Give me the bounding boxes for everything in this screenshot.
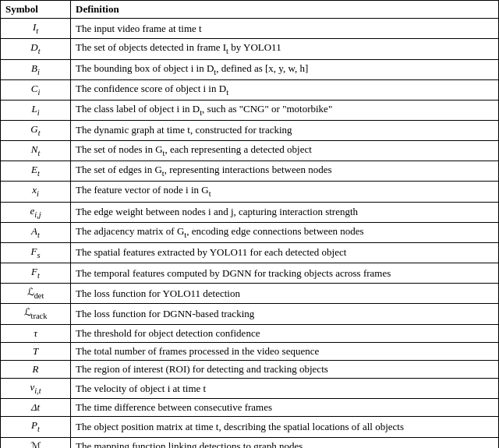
table-row: BiThe bounding box of object i in Dt, de… — [1, 59, 499, 79]
table-row: FtThe temporal features computed by DGNN… — [1, 263, 499, 284]
table-row: ℒdetThe loss function for YOLO11 detecti… — [1, 284, 499, 304]
table-row: PtThe object position matrix at time t, … — [1, 417, 499, 437]
definition-cell: The bounding box of object i in Dt, defi… — [71, 59, 499, 79]
symbol-header: Symbol — [1, 1, 71, 19]
definition-cell: The set of edges in Gt, representing int… — [71, 161, 499, 182]
table-row: RThe region of interest (ROI) for detect… — [1, 360, 499, 378]
table-row: FsThe spatial features extracted by YOLO… — [1, 242, 499, 263]
symbol-cell: Gt — [1, 120, 71, 140]
table-header-row: Symbol Definition — [1, 1, 499, 19]
definition-cell: The confidence score of object i in Dt — [71, 79, 499, 100]
table-row: τThe threshold for object detection conf… — [1, 324, 499, 342]
definition-cell: The threshold for object detection confi… — [71, 324, 499, 342]
symbol-cell: At — [1, 222, 71, 242]
symbol-cell: Δt — [1, 399, 71, 417]
definition-cell: The velocity of object i at time t — [71, 379, 499, 399]
table-row: TThe total number of frames processed in… — [1, 342, 499, 360]
symbol-cell: Et — [1, 161, 71, 182]
table-row: ℳThe mapping function linking detections… — [1, 437, 499, 448]
definition-cell: The time difference between consecutive … — [71, 399, 499, 417]
table-row: AtThe adjacency matrix of Gt, encoding e… — [1, 222, 499, 242]
definition-cell: The spatial features extracted by YOLO11… — [71, 242, 499, 263]
symbol-cell: Li — [1, 100, 71, 120]
definition-cell: The set of nodes in Gt, each representin… — [71, 141, 499, 161]
symbol-cell: xi — [1, 182, 71, 202]
table-row: LiThe class label of object i in Dt, suc… — [1, 100, 499, 120]
table-row: ItThe input video frame at time t — [1, 19, 499, 39]
table-row: ei,jThe edge weight between nodes i and … — [1, 202, 499, 222]
definition-cell: The loss function for YOLO11 detection — [71, 284, 499, 304]
definition-cell: The edge weight between nodes i and j, c… — [71, 202, 499, 222]
definition-cell: The region of interest (ROI) for detecti… — [71, 360, 499, 378]
table-row: xiThe feature vector of node i in Gt — [1, 182, 499, 202]
table-row: ΔtThe time difference between consecutiv… — [1, 399, 499, 417]
symbol-cell: ei,j — [1, 202, 71, 222]
table-row: GtThe dynamic graph at time t, construct… — [1, 120, 499, 140]
table-container: Symbol Definition ItThe input video fram… — [0, 0, 499, 448]
symbol-cell: τ — [1, 324, 71, 342]
definition-cell: The total number of frames processed in … — [71, 342, 499, 360]
table-row: EtThe set of edges in Gt, representing i… — [1, 161, 499, 182]
definition-cell: The feature vector of node i in Gt — [71, 182, 499, 202]
definition-cell: The mapping function linking detections … — [71, 437, 499, 448]
symbol-cell: It — [1, 19, 71, 39]
definition-cell: The object position matrix at time t, de… — [71, 417, 499, 437]
definition-header: Definition — [71, 1, 499, 19]
symbol-cell: T — [1, 342, 71, 360]
definition-cell: The class label of object i in Dt, such … — [71, 100, 499, 120]
symbol-cell: R — [1, 360, 71, 378]
symbol-cell: Fs — [1, 242, 71, 263]
symbol-cell: Nt — [1, 141, 71, 161]
symbol-cell: Ft — [1, 263, 71, 284]
symbol-cell: ℳ — [1, 437, 71, 448]
symbol-cell: Bi — [1, 59, 71, 79]
table-row: vi,tThe velocity of object i at time t — [1, 379, 499, 399]
definition-cell: The temporal features computed by DGNN f… — [71, 263, 499, 284]
definition-cell: The input video frame at time t — [71, 19, 499, 39]
definition-cell: The adjacency matrix of Gt, encoding edg… — [71, 222, 499, 242]
symbol-cell: vi,t — [1, 379, 71, 399]
symbol-cell: Pt — [1, 417, 71, 437]
table-row: CiThe confidence score of object i in Dt — [1, 79, 499, 100]
symbol-cell: ℒdet — [1, 284, 71, 304]
notation-table: Symbol Definition ItThe input video fram… — [0, 0, 499, 448]
definition-cell: The set of objects detected in frame It … — [71, 39, 499, 59]
symbol-cell: ℒtrack — [1, 304, 71, 324]
definition-cell: The dynamic graph at time t, constructed… — [71, 120, 499, 140]
definition-cell: The loss function for DGNN-based trackin… — [71, 304, 499, 324]
table-row: NtThe set of nodes in Gt, each represent… — [1, 141, 499, 161]
table-row: ℒtrackThe loss function for DGNN-based t… — [1, 304, 499, 324]
table-row: DtThe set of objects detected in frame I… — [1, 39, 499, 59]
symbol-cell: Dt — [1, 39, 71, 59]
symbol-cell: Ci — [1, 79, 71, 100]
